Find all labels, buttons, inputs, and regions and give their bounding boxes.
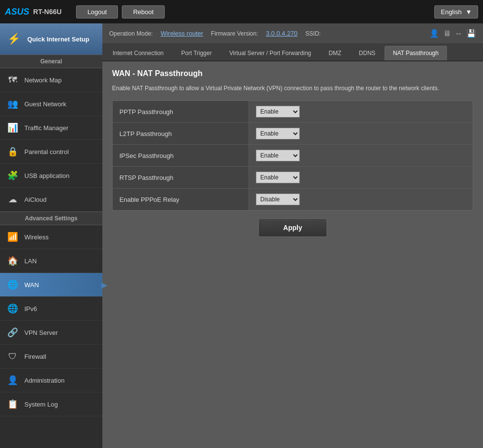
sidebar-item-lan[interactable]: 🏠 LAN <box>0 249 102 273</box>
usb-application-icon: 🧩 <box>6 169 19 182</box>
tab-virtual-server[interactable]: Virtual Server / Port Forwarding <box>221 46 319 60</box>
page-content: WAN - NAT Passthrough Enable NAT Passthr… <box>102 61 483 448</box>
l2tp-value-cell: Enable Disable <box>249 123 473 145</box>
header-buttons: Logout Reboot <box>76 5 165 19</box>
chevron-down-icon: ▼ <box>465 8 472 16</box>
aicloud-icon: ☁ <box>6 193 19 206</box>
guest-network-icon: 👥 <box>6 97 19 111</box>
logout-button[interactable]: Logout <box>76 5 118 19</box>
advanced-section-label: Advanced Settings <box>0 212 102 225</box>
operation-mode-value[interactable]: Wireless router <box>160 30 203 37</box>
l2tp-select[interactable]: Enable Disable <box>256 128 300 139</box>
apply-button[interactable]: Apply <box>258 218 327 237</box>
pppoe-label: Enable PPPoE Relay <box>113 189 249 211</box>
system-log-icon: 📋 <box>6 397 19 411</box>
tab-ddns[interactable]: DDNS <box>350 46 384 60</box>
sidebar-item-parental-control[interactable]: 🔒 Parental control <box>0 140 102 164</box>
nav-label-parental-control: Parental control <box>24 148 69 156</box>
storage-icon[interactable]: 💾 <box>466 29 476 38</box>
logo-model: RT-N66U <box>33 8 61 16</box>
logo: ASUS RT-N66U <box>5 7 61 17</box>
tab-port-trigger[interactable]: Port Trigger <box>173 46 220 60</box>
firewall-icon: 🛡 <box>6 350 19 363</box>
header: ASUS RT-N66U Logout Reboot English ▼ <box>0 0 483 23</box>
nav-label-wan: WAN <box>24 281 39 289</box>
tab-internet-connection[interactable]: Internet Connection <box>104 46 172 60</box>
table-row: L2TP Passthrough Enable Disable <box>113 123 473 145</box>
ipsec-value-cell: Enable Disable <box>249 145 473 167</box>
nav-label-guest-network: Guest Network <box>24 100 66 108</box>
user-icon[interactable]: 👤 <box>429 29 439 38</box>
firmware-value[interactable]: 3.0.0.4.270 <box>266 30 298 37</box>
sidebar-item-vpn-server[interactable]: 🔗 VPN Server <box>0 321 102 345</box>
pptp-label: PPTP Passthrough <box>113 101 249 123</box>
quick-setup-label: Quick Internet Setup <box>27 36 89 43</box>
nav-label-administration: Administration <box>24 377 64 384</box>
traffic-manager-icon: 📊 <box>6 121 19 135</box>
lan-icon: 🏠 <box>6 254 19 268</box>
ipv6-icon: 🌐 <box>6 302 19 315</box>
logo-asus: ASUS <box>5 7 29 17</box>
ipsec-select[interactable]: Enable Disable <box>256 150 300 161</box>
pptp-value-cell: Enable Disable <box>249 101 473 123</box>
rtsp-label: RTSP Passthrough <box>113 167 249 189</box>
wan-icon: 🌐 <box>6 278 19 292</box>
table-row: RTSP Passthrough Enable Disable <box>113 167 473 189</box>
l2tp-label: L2TP Passthrough <box>113 123 249 145</box>
ssid-label: SSID: <box>306 30 321 37</box>
top-bar-icons: 👤 🖥 ↔ 💾 <box>429 29 476 38</box>
nav-label-ipv6: IPv6 <box>24 305 37 312</box>
content-area: Operation Mode: Wireless router Firmware… <box>102 23 483 448</box>
language-selector[interactable]: English ▼ <box>434 5 478 19</box>
sidebar-item-system-log[interactable]: 📋 System Log <box>0 392 102 416</box>
tab-nat-passthrough[interactable]: NAT Passthrough <box>385 46 447 60</box>
wireless-icon: 📶 <box>6 230 19 244</box>
nav-label-network-map: Network Map <box>24 77 62 84</box>
pppoe-value-cell: Enable Disable <box>249 189 473 211</box>
network-map-icon: 🗺 <box>6 73 19 87</box>
sidebar: ⚡ Quick Internet Setup General 🗺 Network… <box>0 23 102 448</box>
sidebar-item-network-map[interactable]: 🗺 Network Map <box>0 68 102 92</box>
sidebar-item-ipv6[interactable]: 🌐 IPv6 <box>0 297 102 321</box>
sidebar-item-guest-network[interactable]: 👥 Guest Network <box>0 92 102 116</box>
reboot-button[interactable]: Reboot <box>122 5 165 19</box>
language-label: English <box>441 8 462 16</box>
pppoe-select[interactable]: Enable Disable <box>256 194 300 205</box>
top-bar: Operation Mode: Wireless router Firmware… <box>102 23 483 44</box>
ipsec-label: IPSec Passthrough <box>113 145 249 167</box>
tabs: Internet Connection Port Trigger Virtual… <box>102 44 483 61</box>
nav-label-lan: LAN <box>24 257 37 265</box>
table-row: PPTP Passthrough Enable Disable <box>113 101 473 123</box>
operation-mode-label: Operation Mode: <box>109 30 153 37</box>
administration-icon: 👤 <box>6 373 19 387</box>
tab-dmz[interactable]: DMZ <box>320 46 349 60</box>
quick-setup-icon: ⚡ <box>5 30 22 48</box>
apply-row: Apply <box>112 218 473 237</box>
nav-label-wireless: Wireless <box>24 234 49 241</box>
parental-control-icon: 🔒 <box>6 145 19 158</box>
table-row: IPSec Passthrough Enable Disable <box>113 145 473 167</box>
vpn-server-icon: 🔗 <box>6 326 19 339</box>
main-layout: ⚡ Quick Internet Setup General 🗺 Network… <box>0 23 483 448</box>
quick-internet-setup[interactable]: ⚡ Quick Internet Setup <box>0 23 102 55</box>
nav-label-vpn-server: VPN Server <box>24 329 58 336</box>
rtsp-value-cell: Enable Disable <box>249 167 473 189</box>
sidebar-item-wireless[interactable]: 📶 Wireless <box>0 225 102 249</box>
monitor-icon[interactable]: 🖥 <box>443 29 451 38</box>
page-description: Enable NAT Passthrough to allow a Virtua… <box>112 84 473 93</box>
nav-label-firewall: Firewall <box>24 353 46 360</box>
pptp-select[interactable]: Enable Disable <box>256 106 300 117</box>
sidebar-item-firewall[interactable]: 🛡 Firewall <box>0 345 102 369</box>
firmware-label: Firmware Version: <box>211 30 258 37</box>
nav-label-aicloud: AiCloud <box>24 196 47 203</box>
table-row: Enable PPPoE Relay Enable Disable <box>113 189 473 211</box>
settings-table: PPTP Passthrough Enable Disable L2TP Pas… <box>112 100 473 211</box>
rtsp-select[interactable]: Enable Disable <box>256 172 300 183</box>
sidebar-item-usb-application[interactable]: 🧩 USB application <box>0 164 102 188</box>
sidebar-item-traffic-manager[interactable]: 📊 Traffic Manager <box>0 116 102 140</box>
sidebar-item-wan[interactable]: 🌐 WAN <box>0 273 102 297</box>
nav-label-usb-application: USB application <box>24 172 70 179</box>
sidebar-item-administration[interactable]: 👤 Administration <box>0 369 102 392</box>
share-icon[interactable]: ↔ <box>455 29 463 38</box>
sidebar-item-aicloud[interactable]: ☁ AiCloud <box>0 188 102 212</box>
